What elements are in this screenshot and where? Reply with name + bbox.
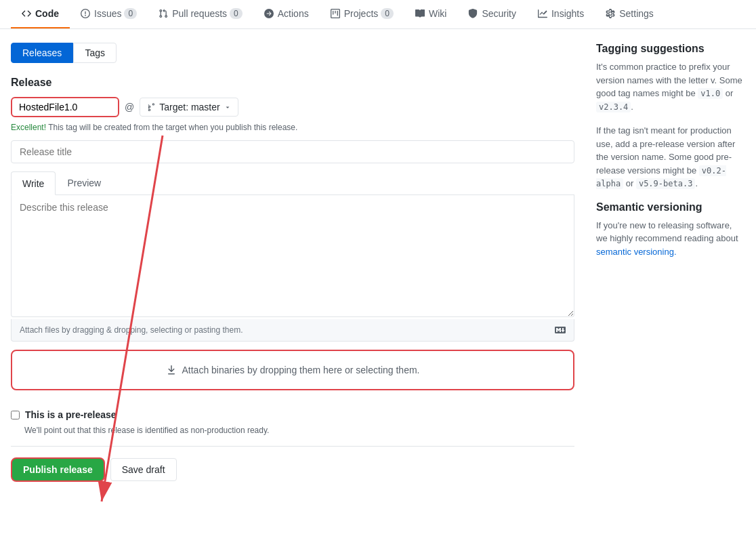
pre-release-sidebar-text: If the tag isn't meant for production us… <box>596 124 745 190</box>
markdown-icon <box>555 325 566 335</box>
publish-release-button[interactable]: Publish release <box>11 457 105 482</box>
chevron-down-icon <box>224 104 231 110</box>
projects-icon <box>331 9 340 18</box>
insights-icon <box>538 9 547 18</box>
action-buttons: Publish release Save draft <box>11 457 574 482</box>
semantic-versioning-link[interactable]: semantic versioning. <box>596 247 677 257</box>
release-title-input[interactable] <box>11 140 574 163</box>
target-label: Target: master <box>159 102 219 112</box>
pre-release-checkbox[interactable] <box>11 411 20 419</box>
tag-row: @ Target: master <box>11 97 574 117</box>
nav-wiki[interactable]: Wiki <box>404 0 457 28</box>
branch-icon <box>147 103 155 111</box>
projects-badge: 0 <box>381 8 394 19</box>
nav-security[interactable]: Security <box>457 0 527 28</box>
nav-insights[interactable]: Insights <box>527 0 595 28</box>
save-draft-button[interactable]: Save draft <box>110 458 177 481</box>
tab-bar: Releases Tags <box>11 43 574 63</box>
left-panel: Releases Tags Release @ Target: master E… <box>11 43 574 482</box>
attach-binaries-area[interactable]: Attach binaries by dropping them here or… <box>11 350 574 390</box>
attach-files-bar[interactable]: Attach files by dragging & dropping, sel… <box>11 319 574 342</box>
tag-example-2: v2.3.4 <box>596 102 631 112</box>
right-panel: Tagging suggestions It's common practice… <box>596 43 745 482</box>
code-icon <box>22 9 31 18</box>
tagging-suggestions-title: Tagging suggestions <box>596 43 745 55</box>
attach-binaries-text: Attach binaries by dropping them here or… <box>182 365 420 375</box>
write-tab[interactable]: Write <box>11 171 56 195</box>
pre-release-desc: We'll point out that this release is ide… <box>24 426 574 435</box>
issue-icon <box>81 9 90 18</box>
at-symbol: @ <box>125 102 134 112</box>
semantic-versioning-title: Semantic versioning <box>596 201 745 213</box>
download-icon <box>166 365 177 375</box>
write-preview-tabs: Write Preview <box>11 171 574 195</box>
pre-release-label[interactable]: This is a pre-release <box>25 409 117 420</box>
target-button[interactable]: Target: master <box>140 98 238 117</box>
issues-badge: 0 <box>124 8 137 19</box>
release-section-title: Release <box>11 77 574 89</box>
nav-actions[interactable]: Actions <box>253 0 320 28</box>
pr-badge: 0 <box>230 8 243 19</box>
pr-icon <box>159 9 168 18</box>
prerelease-example-2: v5.9-beta.3 <box>636 178 695 189</box>
settings-icon <box>606 9 615 18</box>
tag-example-1: v1.0 <box>698 88 723 99</box>
hint-body: This tag will be created from the target… <box>48 123 297 132</box>
top-nav: Code Issues 0 Pull requests 0 Actions Pr… <box>0 0 756 29</box>
hint-text: Excellent! This tag will be created from… <box>11 123 574 132</box>
releases-tab[interactable]: Releases <box>11 43 73 63</box>
pre-release-row: This is a pre-release <box>11 409 574 420</box>
preview-tab[interactable]: Preview <box>56 171 112 194</box>
hint-excellent: Excellent! <box>11 123 46 132</box>
nav-projects[interactable]: Projects 0 <box>320 0 404 28</box>
nav-settings[interactable]: Settings <box>595 0 665 28</box>
wiki-icon <box>415 9 425 18</box>
divider <box>11 446 574 447</box>
describe-textarea[interactable] <box>11 195 574 317</box>
semantic-versioning-text: If you're new to releasing software, we … <box>596 219 745 259</box>
tagging-suggestions-text: It's common practice to prefix your vers… <box>596 60 745 113</box>
nav-issues[interactable]: Issues 0 <box>70 0 148 28</box>
nav-code[interactable]: Code <box>11 0 70 28</box>
tag-input[interactable] <box>11 97 119 117</box>
attach-bar-text: Attach files by dragging & dropping, sel… <box>20 325 243 335</box>
security-icon <box>468 9 478 18</box>
actions-icon <box>264 9 274 18</box>
nav-pull-requests[interactable]: Pull requests 0 <box>148 0 253 28</box>
tags-tab[interactable]: Tags <box>73 43 117 63</box>
main-content: Releases Tags Release @ Target: master E… <box>0 29 756 495</box>
